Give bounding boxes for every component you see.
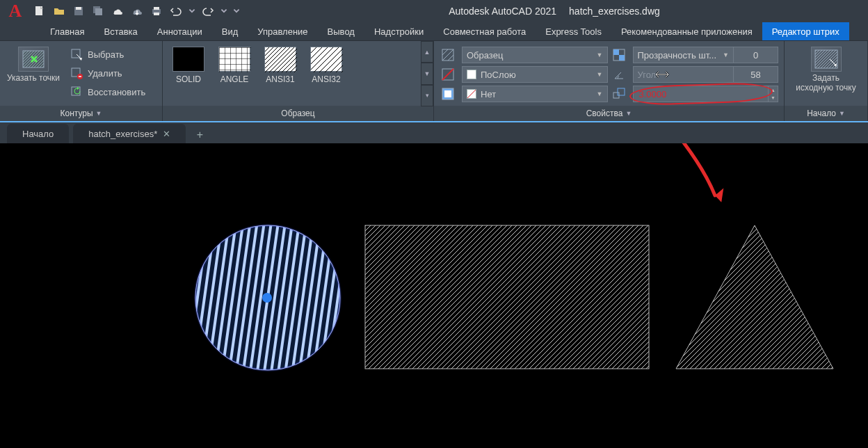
tab-view[interactable]: Вид bbox=[212, 22, 248, 40]
remove-button[interactable]: Удалить bbox=[71, 65, 145, 81]
remove-bound-icon bbox=[71, 67, 83, 80]
scale-spinner[interactable]: 3.0000 ▲ ▼ bbox=[633, 86, 779, 102]
angle-swatch-icon bbox=[218, 47, 250, 72]
angle-field[interactable]: Угол bbox=[633, 66, 734, 83]
menu-tabs: Главная Вставка Аннотации Вид Управление… bbox=[0, 22, 868, 40]
new-icon[interactable] bbox=[32, 3, 47, 19]
pattern-scroll: ▲ ▼ ▾ bbox=[421, 41, 433, 106]
hatched-triangle[interactable] bbox=[676, 225, 833, 369]
pick-points-button[interactable]: Указать точки bbox=[0, 44, 67, 86]
window-title: Autodesk AutoCAD 2021 hatch_exercises.dw… bbox=[245, 6, 864, 17]
tab-output[interactable]: Вывод bbox=[318, 22, 364, 40]
ansi32-swatch-icon bbox=[310, 47, 342, 72]
select-bound-icon bbox=[71, 49, 83, 61]
panel-boundaries: Указать точки Выбрать Удалить bbox=[0, 41, 163, 121]
chevron-down-icon: ▼ bbox=[597, 71, 603, 78]
tab-home[interactable]: Главная bbox=[40, 22, 94, 40]
angle-value[interactable]: 58 bbox=[734, 66, 778, 83]
pick-points-icon bbox=[18, 47, 49, 72]
tab-addins[interactable]: Надстройки bbox=[364, 22, 433, 40]
hatch-color-dropdown[interactable]: ПоСлою ▼ bbox=[462, 66, 608, 83]
tab-annotate[interactable]: Аннотации bbox=[147, 22, 212, 40]
select-button[interactable]: Выбрать bbox=[71, 47, 145, 63]
panel-properties-title[interactable]: Свойства ▼ bbox=[434, 106, 784, 121]
new-tab-button[interactable]: + bbox=[190, 127, 209, 143]
tab-manage[interactable]: Управление bbox=[248, 22, 317, 40]
pattern-angle[interactable]: ANGLE bbox=[218, 47, 250, 84]
hatch-type-icon[interactable] bbox=[440, 47, 456, 63]
doctab-file-label: hatch_exercises* bbox=[88, 129, 157, 139]
set-origin-button[interactable]: Задать исходную точку bbox=[785, 44, 867, 95]
set-origin-icon bbox=[811, 47, 842, 72]
tab-collab[interactable]: Совместная работа bbox=[433, 22, 536, 40]
panel-origin-title[interactable]: Начало ▼ bbox=[785, 106, 867, 121]
svg-rect-7 bbox=[154, 13, 159, 15]
tab-express[interactable]: Express Tools bbox=[536, 22, 611, 40]
tab-insert[interactable]: Вставка bbox=[94, 22, 147, 40]
hatch-type-dropdown[interactable]: Образец ▼ bbox=[462, 47, 608, 63]
pattern-expand[interactable]: ▾ bbox=[421, 85, 433, 106]
svg-rect-19 bbox=[619, 55, 625, 61]
recreate-label: Восстановить bbox=[88, 87, 145, 97]
bg-color-icon[interactable] bbox=[440, 86, 456, 102]
open-icon[interactable] bbox=[51, 3, 67, 19]
doctab-start-label: Начало bbox=[22, 129, 54, 139]
doctab-file[interactable]: hatch_exercises* ✕ bbox=[73, 124, 186, 143]
pattern-solid[interactable]: SOLID bbox=[172, 47, 204, 84]
scale-up-button[interactable]: ▲ bbox=[769, 86, 778, 94]
hatch-color-value: ПоСлою bbox=[481, 70, 516, 80]
qat-more-icon[interactable] bbox=[232, 3, 241, 19]
pattern-ansi31[interactable]: ANSI31 bbox=[264, 47, 296, 84]
ansi31-swatch-icon bbox=[264, 47, 296, 72]
solid-swatch-icon bbox=[172, 47, 204, 72]
close-icon[interactable]: ✕ bbox=[163, 129, 170, 139]
angle-label: Угол bbox=[638, 70, 657, 80]
drawing-canvas[interactable] bbox=[0, 143, 868, 448]
select-label: Выбрать bbox=[88, 49, 124, 60]
pattern-solid-label: SOLID bbox=[176, 74, 201, 84]
panel-origin: Задать исходную точку Начало ▼ bbox=[785, 41, 868, 121]
hatched-rectangle[interactable] bbox=[365, 225, 649, 369]
scale-down-button[interactable]: ▼ bbox=[769, 94, 778, 102]
chevron-down-icon: ▼ bbox=[597, 51, 603, 58]
cloud-save-icon[interactable] bbox=[129, 3, 145, 19]
cloud-open-icon[interactable] bbox=[110, 3, 125, 19]
pattern-scroll-up[interactable]: ▲ bbox=[421, 41, 433, 63]
file-name: hatch_exercises.dwg bbox=[569, 6, 660, 17]
chevron-down-icon: ▼ bbox=[96, 110, 102, 117]
panel-boundaries-title[interactable]: Контуры ▼ bbox=[0, 106, 162, 121]
svg-rect-22 bbox=[444, 90, 451, 97]
tab-featured[interactable]: Рекомендованные приложения bbox=[611, 22, 762, 40]
transparency-icon[interactable] bbox=[611, 47, 627, 63]
svg-rect-4 bbox=[95, 8, 102, 15]
svg-rect-13 bbox=[219, 47, 251, 72]
none-swatch-icon bbox=[467, 89, 476, 99]
save-icon[interactable] bbox=[71, 3, 86, 19]
svg-rect-2 bbox=[76, 7, 81, 10]
chevron-down-icon: ▼ bbox=[723, 51, 729, 58]
hatch-color-icon[interactable] bbox=[440, 66, 456, 83]
bg-color-dropdown[interactable]: Нет ▼ bbox=[462, 86, 608, 102]
saveall-icon[interactable] bbox=[90, 3, 106, 19]
pattern-scroll-down[interactable]: ▼ bbox=[421, 63, 433, 84]
bg-color-value: Нет bbox=[481, 89, 496, 99]
redo-dropdown-icon[interactable] bbox=[220, 3, 228, 19]
angle-icon[interactable] bbox=[611, 66, 627, 83]
set-origin-label1: Задать bbox=[796, 73, 855, 83]
transparency-dropdown[interactable]: Прозрачность шт... ▼ bbox=[633, 47, 734, 63]
redo-icon[interactable] bbox=[200, 3, 216, 19]
pattern-ansi32[interactable]: ANSI32 bbox=[310, 47, 342, 84]
scale-icon[interactable] bbox=[611, 86, 627, 102]
transparency-value[interactable]: 0 bbox=[734, 47, 778, 63]
circle-grip[interactable] bbox=[262, 293, 272, 303]
title-bar: A bbox=[0, 0, 868, 22]
set-origin-label2: исходную точку bbox=[796, 83, 855, 93]
undo-dropdown-icon[interactable] bbox=[188, 3, 196, 19]
doctab-start[interactable]: Начало bbox=[7, 124, 69, 143]
undo-icon[interactable] bbox=[168, 3, 184, 19]
app-logo[interactable]: A bbox=[4, 2, 26, 20]
panel-pattern-title: Образец bbox=[163, 106, 433, 121]
print-icon[interactable] bbox=[149, 3, 164, 19]
tab-hatch-editor[interactable]: Редактор штрих bbox=[762, 22, 849, 40]
recreate-button[interactable]: Восстановить bbox=[71, 84, 145, 100]
